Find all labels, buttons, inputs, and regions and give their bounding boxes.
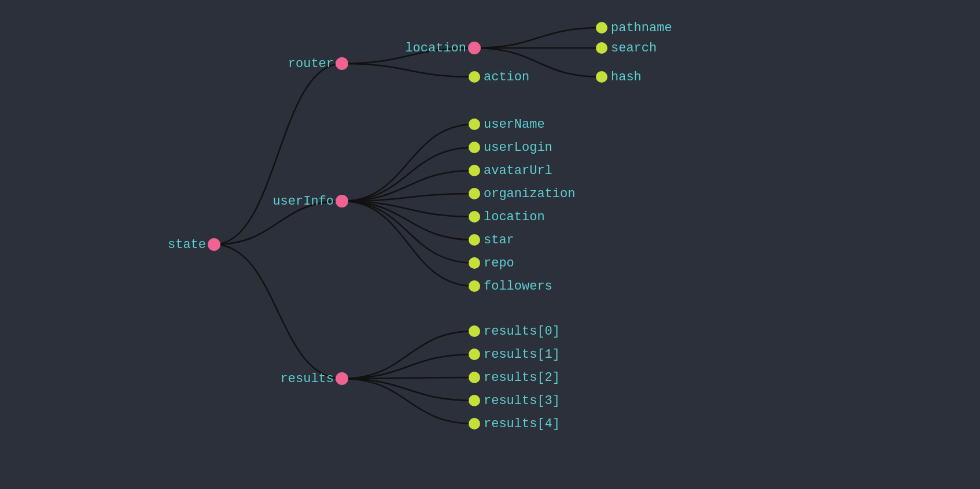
graph-canvas <box>0 0 980 489</box>
